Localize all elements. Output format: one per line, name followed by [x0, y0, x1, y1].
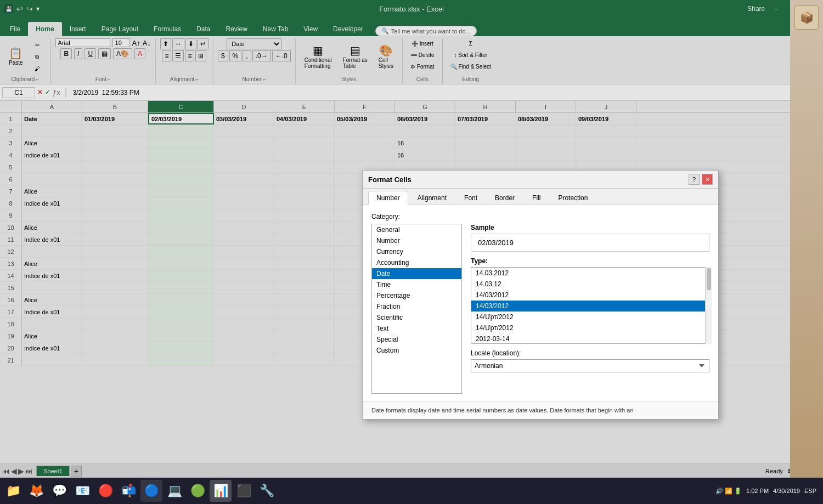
type-list-item[interactable]: 14/Մрт/2012	[471, 312, 709, 322]
dialog-title: Format Cells	[368, 175, 412, 184]
category-list-item[interactable]: Text	[372, 323, 461, 334]
dialog-tab-protection[interactable]: Protection	[550, 191, 596, 205]
taskbar: 📁 🦊 💬 📧 🔴 📬 🔵 💻 🟢 📊 ⬛ 🔧 🔊 📶 🔋 1:02 PM 4/…	[0, 478, 823, 504]
dialog-footer: Date formats display date and time seria…	[363, 401, 718, 419]
dialog-footer-text: Date formats display date and time seria…	[371, 407, 634, 414]
format-cells-dialog: Format Cells ? ✕ Number Alignment Font B…	[362, 170, 719, 420]
category-list-item[interactable]: Custom	[372, 345, 461, 356]
taskbar-vs-icon[interactable]: 💻	[164, 480, 185, 502]
sample-value: 02/03/2019	[471, 234, 709, 252]
language-indicator: ESP	[804, 488, 816, 494]
category-list-item[interactable]: Date	[372, 268, 461, 279]
taskbar-skype-icon[interactable]: 💬	[48, 480, 70, 502]
system-tray-icons: 🔊 📶 🔋	[715, 488, 742, 495]
dialog-title-bar: Format Cells ? ✕	[363, 171, 718, 189]
dialog-row: GeneralNumberCurrencyAccountingDateTimeP…	[371, 224, 709, 394]
taskbar-outlook-icon[interactable]: 📧	[71, 480, 93, 502]
dialog-tab-font[interactable]: Font	[456, 191, 486, 205]
locale-wrapper: Armenian English Spanish French German	[471, 359, 709, 372]
taskbar-black-icon[interactable]: ⬛	[233, 480, 255, 502]
category-list-item[interactable]: Time	[372, 279, 461, 290]
type-list-item[interactable]: 14/Մрт/2012	[471, 322, 709, 333]
type-list-item[interactable]: 14.03.12	[471, 279, 709, 290]
taskbar-mail-icon[interactable]: 📬	[117, 480, 139, 502]
dialog-overlay: Format Cells ? ✕ Number Alignment Font B…	[0, 0, 823, 504]
taskbar-pdf-icon[interactable]: 🔴	[94, 480, 116, 502]
taskbar-files-icon[interactable]: 📁	[2, 480, 24, 502]
taskbar-right: 🔊 📶 🔋 1:02 PM 4/30/2019 ESP	[715, 488, 821, 495]
category-list-item[interactable]: Special	[372, 334, 461, 345]
dialog-tabs: Number Alignment Font Border Fill Protec…	[363, 189, 718, 205]
dialog-tab-border[interactable]: Border	[487, 191, 523, 205]
category-list-item[interactable]: General	[372, 224, 461, 235]
clock-date: 4/30/2019	[773, 488, 800, 494]
category-list-item[interactable]: Scientific	[372, 312, 461, 323]
dialog-content: Category: GeneralNumberCurrencyAccountin…	[363, 205, 718, 401]
category-label: Category:	[371, 213, 709, 220]
clock-time: 1:02 PM	[746, 488, 769, 494]
taskbar-ie-icon[interactable]: 🔵	[140, 480, 162, 502]
type-label: Type:	[471, 257, 709, 265]
dialog-controls: ? ✕	[689, 174, 713, 185]
type-list[interactable]: 14.03.201214.03.1214/03/201214/03/201214…	[471, 267, 709, 344]
right-panel: Sample 02/03/2019 Type: 14.03.201214.03.…	[471, 224, 709, 394]
taskbar-tools-icon[interactable]: 🔧	[256, 480, 278, 502]
dialog-tab-alignment[interactable]: Alignment	[409, 191, 455, 205]
type-list-item[interactable]: 14/03/2012	[471, 301, 709, 312]
locale-select[interactable]: Armenian English Spanish French German	[471, 359, 709, 372]
dialog-close-button[interactable]: ✕	[702, 174, 713, 185]
category-list-item[interactable]: Number	[372, 235, 461, 246]
category-list-item[interactable]: Fraction	[372, 301, 461, 312]
type-list-scrollbar[interactable]	[705, 267, 712, 344]
category-list-item[interactable]: Currency	[372, 246, 461, 257]
taskbar-green-icon[interactable]: 🟢	[187, 480, 208, 502]
taskbar-firefox-icon[interactable]: 🦊	[25, 480, 47, 502]
dialog-tab-number[interactable]: Number	[368, 191, 408, 205]
category-list-item[interactable]: Accounting	[372, 257, 461, 268]
dialog-help-button[interactable]: ?	[689, 174, 700, 185]
category-list-item[interactable]: Percentage	[372, 290, 461, 301]
type-list-scrollbar-thumb[interactable]	[707, 268, 711, 290]
locale-label: Locale (location):	[471, 349, 709, 357]
category-list-container: GeneralNumberCurrencyAccountingDateTimeP…	[371, 224, 462, 394]
type-list-item[interactable]: 14/03/2012	[471, 290, 709, 301]
type-list-item[interactable]: 14.03.2012	[471, 268, 709, 279]
category-list[interactable]: GeneralNumberCurrencyAccountingDateTimeP…	[371, 224, 462, 394]
taskbar-excel-icon[interactable]: 📊	[210, 480, 232, 502]
sample-label: Sample	[471, 224, 709, 231]
type-list-item[interactable]: 2012-03-14	[471, 333, 709, 344]
dialog-tab-fill[interactable]: Fill	[524, 191, 549, 205]
